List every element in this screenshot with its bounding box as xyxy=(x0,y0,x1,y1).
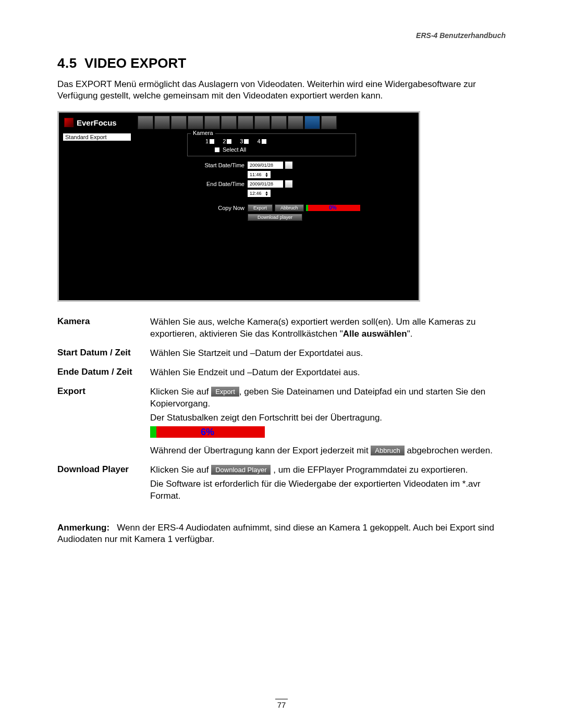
cancel-button[interactable]: Abbruch xyxy=(275,204,304,212)
start-date-input[interactable]: 2009/01/28 xyxy=(248,162,283,169)
toolbar-icons xyxy=(138,116,337,129)
definitions-table: Kamera Wählen Sie aus, welche Kamera(s) … xyxy=(57,316,506,504)
kamera-legend: Kamera xyxy=(191,130,215,136)
brand-logo: EverFocus xyxy=(64,118,117,127)
inline-export-button: Export xyxy=(211,387,239,397)
camera-row: 1 2 3 4 xyxy=(191,136,352,145)
def-label-end: Ende Datum / Zeit xyxy=(57,367,150,381)
manual-page: ERS-4 Benutzerhandbuch 4.5 VIDEO EXPORT … xyxy=(0,0,563,728)
export-button[interactable]: Export xyxy=(248,204,273,212)
start-date-row: Start Date/Time 2009/01/28 xyxy=(135,161,398,170)
tool-icon[interactable] xyxy=(238,116,253,129)
end-date-input[interactable]: 2009/01/28 xyxy=(248,180,283,188)
def-end: Ende Datum / Zeit Wählen Sie Endzeit und… xyxy=(57,367,506,381)
screenshot-body: Standard Export Kamera 1 2 3 4 Select Al… xyxy=(59,130,419,222)
def-download: Download Player Klicken Sie auf Download… xyxy=(57,464,506,504)
start-time-row: 11:46▲▼ xyxy=(135,170,398,179)
kamera-fieldset: Kamera 1 2 3 4 Select All xyxy=(187,133,356,156)
export-screenshot: EverFocus Standard Export xyxy=(57,111,420,302)
def-label-start: Start Datum / Zeit xyxy=(57,348,150,362)
select-all-label: Select All xyxy=(223,146,246,153)
end-time-input[interactable]: 12:46▲▼ xyxy=(248,190,271,197)
copy-now-label: Copy Now xyxy=(135,205,248,211)
cam-1-checkbox[interactable]: 1 xyxy=(205,138,214,144)
brand-text: EverFocus xyxy=(77,118,117,127)
def-label-kamera: Kamera xyxy=(57,316,150,342)
def-export: Export Klicken Sie auf Export, geben Sie… xyxy=(57,386,506,459)
calendar-icon[interactable] xyxy=(285,162,292,169)
inline-cancel-button: Abbruch xyxy=(371,446,404,456)
screenshot-toolbar: EverFocus xyxy=(59,113,419,130)
def-body-export: Klicken Sie auf Export, geben Sie Datein… xyxy=(150,386,506,459)
section-number: 4.5 xyxy=(57,55,77,71)
sidebar-item-standard-export[interactable]: Standard Export xyxy=(63,133,131,141)
remark-text: Wenn der ERS-4 Audiodaten aufnimmt, sind… xyxy=(57,523,494,545)
end-date-label: End Date/Time xyxy=(135,181,248,187)
def-body-kamera: Wählen Sie aus, welche Kamera(s) exporti… xyxy=(150,316,506,342)
cam-3-checkbox[interactable]: 3 xyxy=(240,138,249,144)
section-heading: 4.5 VIDEO EXPORT xyxy=(57,55,506,71)
download-row: Download player xyxy=(135,213,398,222)
tool-icon[interactable] xyxy=(288,116,303,129)
tool-icon[interactable] xyxy=(321,116,337,129)
tool-icon[interactable] xyxy=(254,116,270,129)
start-date-label: Start Date/Time xyxy=(135,162,248,168)
end-date-row: End Date/Time 2009/01/28 xyxy=(135,179,398,189)
tool-icon-export[interactable] xyxy=(304,116,320,129)
def-start: Start Datum / Zeit Wählen Sie Startzeit … xyxy=(57,348,506,362)
select-all-row[interactable]: Select All xyxy=(191,145,352,154)
progress-pct: 0% xyxy=(306,205,360,211)
brand-icon xyxy=(64,118,74,127)
inline-download-button: Download Player xyxy=(211,465,271,475)
screenshot-sidebar: Standard Export xyxy=(59,130,135,222)
progress-pct-large: 6% xyxy=(150,426,265,438)
section-title: VIDEO EXPORT xyxy=(84,55,186,71)
download-player-button[interactable]: Download player xyxy=(248,214,302,221)
cam-2-checkbox[interactable]: 2 xyxy=(223,138,231,144)
tool-icon[interactable] xyxy=(138,116,153,129)
def-label-export: Export xyxy=(57,386,150,459)
start-time-input[interactable]: 11:46▲▼ xyxy=(248,171,271,178)
tool-icon[interactable] xyxy=(271,116,287,129)
def-body-end: Wählen Sie Endzeit und –Datum der Export… xyxy=(150,367,506,381)
progress-bar-large: 6% xyxy=(150,426,265,438)
tool-icon[interactable] xyxy=(221,116,237,129)
intro-paragraph: Das EXPORT Menü ermöglicht das Auslagern… xyxy=(57,79,506,102)
tool-icon[interactable] xyxy=(171,116,187,129)
def-label-download: Download Player xyxy=(57,464,150,504)
tool-icon[interactable] xyxy=(204,116,220,129)
page-number: 77 xyxy=(0,699,563,709)
def-body-start: Wählen Sie Startzeit und –Datum der Expo… xyxy=(150,348,506,362)
running-header: ERS-4 Benutzerhandbuch xyxy=(57,31,506,40)
remark-paragraph: Anmerkung: Wenn der ERS-4 Audiodaten auf… xyxy=(57,522,506,546)
copy-now-row: Copy Now Export Abbruch 0% xyxy=(135,203,398,213)
def-body-download: Klicken Sie auf Download Player , um die… xyxy=(150,464,506,504)
tool-icon[interactable] xyxy=(154,116,170,129)
def-kamera: Kamera Wählen Sie aus, welche Kamera(s) … xyxy=(57,316,506,342)
cam-4-checkbox[interactable]: 4 xyxy=(257,138,266,144)
remark-label: Anmerkung: xyxy=(57,523,109,533)
calendar-icon[interactable] xyxy=(285,180,292,188)
tool-icon[interactable] xyxy=(188,116,203,129)
progress-bar: 0% xyxy=(306,205,360,211)
end-time-row: 12:46▲▼ xyxy=(135,189,398,198)
screenshot-main: Kamera 1 2 3 4 Select All Start Date/Tim… xyxy=(135,130,419,222)
